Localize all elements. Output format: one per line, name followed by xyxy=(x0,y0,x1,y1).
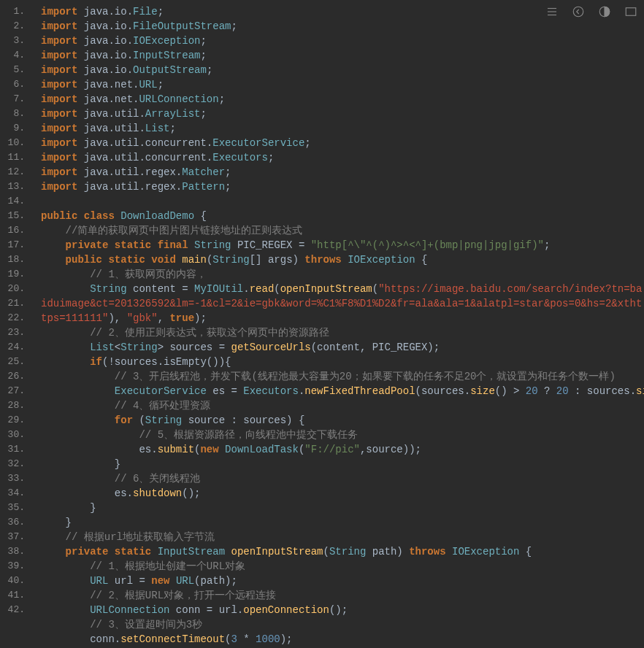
line-number: 7. xyxy=(3,92,25,107)
line-number: 26. xyxy=(3,369,25,384)
svg-rect-5 xyxy=(626,8,636,16)
line-number: 23. xyxy=(3,325,25,340)
line-number: 41. xyxy=(3,588,25,603)
code-line[interactable]: // 3、设置超时间为3秒 xyxy=(41,617,644,632)
line-number: 39. xyxy=(3,559,25,574)
code-line[interactable]: import java.io.OutputStream; xyxy=(41,63,644,77)
code-line[interactable]: import java.util.concurrent.Executors; xyxy=(41,150,644,165)
code-line[interactable]: import java.util.List; xyxy=(41,121,644,136)
line-number: 12. xyxy=(3,165,25,180)
line-number: 17. xyxy=(3,238,25,252)
code-line[interactable]: import java.util.ArrayList; xyxy=(41,107,644,121)
code-line[interactable]: // 3、开启线程池，并发下载(线程池最大容量为20；如果要下载的任务不足20个… xyxy=(41,369,644,384)
code-line[interactable]: } xyxy=(41,457,644,471)
line-number: 3. xyxy=(3,34,25,48)
line-number: 15. xyxy=(3,209,25,223)
line-number: 40. xyxy=(3,574,25,588)
code-line[interactable]: import java.util.concurrent.ExecutorServ… xyxy=(41,136,644,150)
code-line[interactable]: // 6、关闭线程池 xyxy=(41,471,644,486)
code-line[interactable]: conn.setConnectTimeout(3 * 1000); xyxy=(41,632,644,647)
code-line[interactable]: import java.util.regex.Pattern; xyxy=(41,180,644,194)
toolbar xyxy=(545,4,638,19)
line-number: 19. xyxy=(3,267,25,282)
line-number: 20. xyxy=(3,282,25,296)
code-area[interactable]: import java.io.File;import java.io.FileO… xyxy=(31,0,644,648)
code-line[interactable]: // 根据url地址获取输入字节流 xyxy=(41,530,644,544)
line-number: 22. xyxy=(3,311,25,325)
line-number: 2. xyxy=(3,19,25,34)
line-number: 10. xyxy=(3,136,25,150)
code-line[interactable]: URLConnection conn = url.openConnection(… xyxy=(41,603,644,617)
code-line[interactable]: String content = MyIOUtil.read(openInput… xyxy=(41,282,644,325)
code-line[interactable]: URL url = new URL(path); xyxy=(41,574,644,588)
line-number: 25. xyxy=(3,355,25,369)
line-number: 28. xyxy=(3,398,25,413)
code-line[interactable]: //简单的获取网页中图片图片链接地址的正则表达式 xyxy=(41,223,644,238)
code-line[interactable]: import java.io.IOException; xyxy=(41,34,644,48)
code-line[interactable]: import java.net.URL; xyxy=(41,77,644,92)
code-line[interactable]: if(!sources.isEmpty()){ xyxy=(41,355,644,369)
line-number: 16. xyxy=(3,223,25,238)
line-number: 14. xyxy=(3,194,25,209)
line-number: 1. xyxy=(3,4,25,19)
line-number: 6. xyxy=(3,77,25,92)
line-number: 8. xyxy=(3,107,25,121)
line-number: 9. xyxy=(3,121,25,136)
code-line[interactable]: // 1、根据地址创建一个URL对象 xyxy=(41,559,644,574)
code-line[interactable]: import java.io.InputStream; xyxy=(41,48,644,63)
line-number: 36. xyxy=(3,515,25,530)
code-line[interactable]: // 4、循环处理资源 xyxy=(41,398,644,413)
code-line[interactable]: private static final String PIC_REGEX = … xyxy=(41,238,644,252)
line-number: 42. xyxy=(3,603,25,617)
fullscreen-icon[interactable] xyxy=(624,4,638,19)
line-number: 18. xyxy=(3,252,25,267)
line-number: 37. xyxy=(3,530,25,544)
line-number: 24. xyxy=(3,340,25,355)
code-line[interactable]: } xyxy=(41,515,644,530)
code-editor: 1.2.3.4.5.6.7.8.9.10.11.12.13.14.15.16.1… xyxy=(0,0,644,648)
code-line[interactable]: import java.net.URLConnection; xyxy=(41,92,644,107)
line-number: 27. xyxy=(3,384,25,398)
back-icon[interactable] xyxy=(571,4,586,19)
code-line[interactable]: private static InputStream openInputStre… xyxy=(41,544,644,559)
code-line[interactable]: public class DownloadDemo { xyxy=(41,209,644,223)
line-number: 32. xyxy=(3,457,25,471)
list-icon[interactable] xyxy=(545,4,559,19)
code-line[interactable]: ExecutorService es = Executors.newFixedT… xyxy=(41,384,644,398)
code-line[interactable] xyxy=(41,194,644,209)
line-number: 34. xyxy=(3,486,25,501)
code-line[interactable]: es.shutdown(); xyxy=(41,486,644,501)
code-line[interactable]: es.submit(new DownLoadTask("F://pic",sou… xyxy=(41,442,644,457)
code-line[interactable]: public static void main(String[] args) t… xyxy=(41,252,644,267)
code-line[interactable]: import java.util.regex.Matcher; xyxy=(41,165,644,180)
code-line[interactable]: // 2、使用正则表达式，获取这个网页中的资源路径 xyxy=(41,325,644,340)
svg-point-3 xyxy=(573,7,583,17)
line-number: 5. xyxy=(3,63,25,77)
line-number: 11. xyxy=(3,150,25,165)
contrast-icon[interactable] xyxy=(597,4,612,19)
code-line[interactable]: for (String source : sources) { xyxy=(41,413,644,428)
line-number: 29. xyxy=(3,413,25,428)
line-number: 30. xyxy=(3,428,25,442)
code-line[interactable]: // 1、获取网页的内容， xyxy=(41,267,644,282)
line-number: 35. xyxy=(3,501,25,515)
code-line[interactable]: // 5、根据资源路径，向线程池中提交下载任务 xyxy=(41,428,644,442)
line-number: 13. xyxy=(3,180,25,194)
code-line[interactable]: // 2、根据URL对象，打开一个远程连接 xyxy=(41,588,644,603)
code-line[interactable]: List<String> sources = getSourceUrls(con… xyxy=(41,340,644,355)
code-line[interactable]: } xyxy=(41,501,644,515)
line-number: 4. xyxy=(3,48,25,63)
line-number: 33. xyxy=(3,471,25,486)
line-number: 31. xyxy=(3,442,25,457)
line-number: 38. xyxy=(3,544,25,559)
line-number: 21. xyxy=(3,296,25,311)
line-number-gutter: 1.2.3.4.5.6.7.8.9.10.11.12.13.14.15.16.1… xyxy=(0,0,31,648)
code-line[interactable]: import java.io.FileOutputStream; xyxy=(41,19,644,34)
